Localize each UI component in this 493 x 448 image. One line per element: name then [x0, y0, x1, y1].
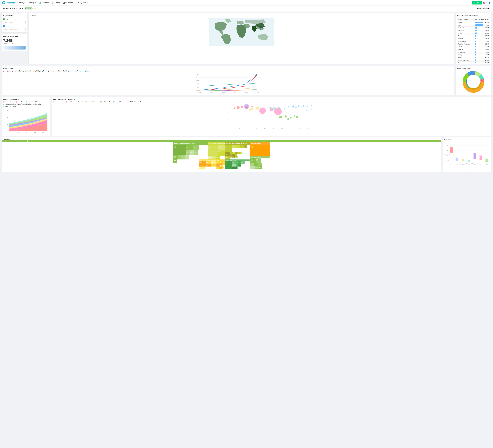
svg-text:0: 0: [230, 128, 230, 129]
legend-label: Japan: [86, 70, 90, 72]
svg-text:1990: 1990: [34, 132, 36, 133]
svg-text:sum_SP_POP_TOTL: sum_SP_POP_TOTL: [444, 153, 452, 155]
legend-color: [85, 101, 86, 102]
percent-rural-menu[interactable]: ⋮: [451, 15, 453, 16]
svg-point-91: [306, 109, 307, 111]
population-number: 254M: [484, 30, 489, 31]
svg-text:2.758: 2.758: [225, 154, 227, 155]
svg-text:2.039: 2.039: [225, 158, 227, 159]
svg-text:MYI: MYI: [181, 156, 183, 157]
worlds-pop-growth-menu[interactable]: ⋮: [47, 98, 49, 100]
svg-point-61: [237, 106, 240, 109]
svg-text:ESP: ESP: [216, 162, 218, 163]
language-flag[interactable]: 🇺🇸: [483, 1, 485, 4]
region-filter-menu[interactable]: ⋮: [24, 15, 26, 16]
svg-point-90: [284, 108, 285, 109]
legend-label: Brazil: [14, 70, 17, 72]
svg-text:TZA: TZA: [236, 145, 238, 146]
table-row: Nigeria177M: [457, 37, 490, 40]
percent-rural-card: % Rural ⋮: [29, 13, 454, 65]
population-bar-cell: 185M: [473, 35, 490, 37]
filter-column: Region Filter ⋮ ▤ region Select [region]…: [1, 13, 27, 65]
legend-label: Europe & Central Asi...: [26, 101, 39, 103]
user-avatar[interactable]: 👤: [488, 1, 491, 4]
favorite-star[interactable]: ☆: [34, 7, 36, 10]
table-row: Germany80.9M: [457, 62, 490, 63]
svg-text:FRA: FRA: [206, 165, 208, 166]
svg-text:East Asia & Pacific (formatNum: East Asia & Pacific (formatNumber(d.valu…: [174, 143, 195, 144]
table-row: Russian Federation144M: [457, 43, 490, 45]
population-bar-cell: 125M: [473, 48, 490, 51]
region-select[interactable]: Select [region] ▾: [3, 21, 25, 24]
country-name-cell: China: [457, 21, 473, 24]
nav-manage[interactable]: Manage ▾: [27, 1, 37, 4]
treemap-menu[interactable]: ⋮: [438, 138, 440, 140]
svg-text:200M: 200M: [196, 90, 199, 91]
country-name-cell: Egypt, Arab Rep.: [457, 59, 473, 62]
most-populated-menu[interactable]: ⋮: [489, 15, 490, 16]
population-bar: [475, 54, 476, 55]
svg-text:CMR: CMR: [230, 157, 232, 158]
new-button[interactable]: + + New: [472, 1, 482, 4]
nav-dashboards[interactable]: 🔲 Dashboards: [61, 1, 76, 4]
population-number: 127M: [484, 46, 489, 47]
country-name-cell: Indonesia: [457, 29, 473, 32]
treemap-header: sum__SP_POP_TOTL (formatNumber(d.value)): [2, 140, 441, 142]
svg-text:AFG: AFG: [212, 157, 214, 158]
col-population: sum_SP_POP_TOTL: [473, 18, 490, 21]
worlds-population-menu[interactable]: ⋮: [24, 35, 26, 37]
rural-breakdown-menu[interactable]: ⋮: [489, 67, 490, 69]
svg-text:60: 60: [281, 128, 283, 129]
svg-text:1.418: 1.418: [232, 147, 234, 148]
nav-sqllab[interactable]: 🖥 SQL Lab ▾: [76, 1, 89, 4]
country-name-cell: Bangladesh: [457, 40, 473, 43]
svg-text:ITA: ITA: [212, 162, 213, 163]
nav-sources[interactable]: 📊 Sources ▾: [38, 1, 50, 4]
svg-point-70: [298, 105, 299, 107]
svg-text:KOR: KOR: [174, 156, 176, 157]
pop-growth-legend: East Asia & PacificSouth AsiaEurope & Ce…: [3, 101, 49, 107]
population-bar: [475, 38, 476, 39]
svg-point-73: [295, 107, 297, 108]
svg-text:UZB: UZB: [220, 162, 221, 163]
svg-text:400M: 400M: [196, 87, 199, 88]
population-bar: [475, 33, 477, 34]
table-row: United States319M: [457, 27, 490, 29]
legend-color: [56, 71, 56, 72]
pop-growth-chart: 6B 4B 2B 0 1960 1970 1980 1990 2000: [3, 108, 49, 134]
region-filter-title: Region Filter: [3, 15, 25, 17]
edit-dashboard-button[interactable]: Edit dashboard ▾: [476, 7, 491, 10]
svg-point-74: [307, 106, 308, 107]
svg-text:ADI: ADI: [238, 153, 239, 153]
legend-item: India: [56, 70, 60, 72]
svg-text:Sub-Saharan Africa: Sub-Saharan Africa: [484, 163, 490, 166]
nav-charts[interactable]: 📈 Charts: [51, 1, 61, 4]
country-name-cell: Nigeria: [457, 37, 473, 40]
svg-text:1B: 1B: [447, 155, 448, 156]
growth-rate-menu[interactable]: ⋮: [451, 67, 453, 69]
svg-text:30: 30: [256, 128, 257, 129]
svg-text:1970: 1970: [17, 132, 20, 133]
svg-point-69: [292, 105, 294, 108]
box-plot-menu[interactable]: ⋮: [489, 138, 490, 140]
legend-label: North America: [76, 101, 84, 103]
country-select[interactable]: Select [country_name] ▾: [3, 28, 25, 31]
most-populated-table-container[interactable]: country_name sum_SP_POP_TOTL China1.36BI…: [457, 18, 490, 63]
population-change: +12.9% over 10Y: [3, 43, 25, 45]
life-expectancy-menu[interactable]: ⋮: [489, 98, 490, 100]
country-name-cell: Vietnam: [457, 56, 473, 59]
legend-color: [74, 101, 76, 102]
svg-point-1: [260, 29, 261, 30]
svg-point-87: [273, 107, 276, 110]
brand-logo[interactable]: Superset: [2, 1, 15, 5]
svg-text:1990: 1990: [234, 92, 236, 93]
svg-text:LKA: LKA: [216, 157, 218, 158]
svg-point-85: [296, 116, 298, 118]
box-plot-chart: sum_SP_POP_TOTL 2B 1.5B 1B 500M: [444, 142, 490, 170]
svg-text:North America (forma...: North America (forma...: [251, 143, 262, 144]
svg-text:PHL: PHL: [190, 151, 192, 152]
nav-security[interactable]: Security ▾: [17, 1, 27, 4]
svg-text:EGY: EGY: [251, 159, 253, 160]
legend-item: Latin America & Cari...: [17, 103, 31, 105]
population-number: 89.6M: [484, 59, 489, 61]
